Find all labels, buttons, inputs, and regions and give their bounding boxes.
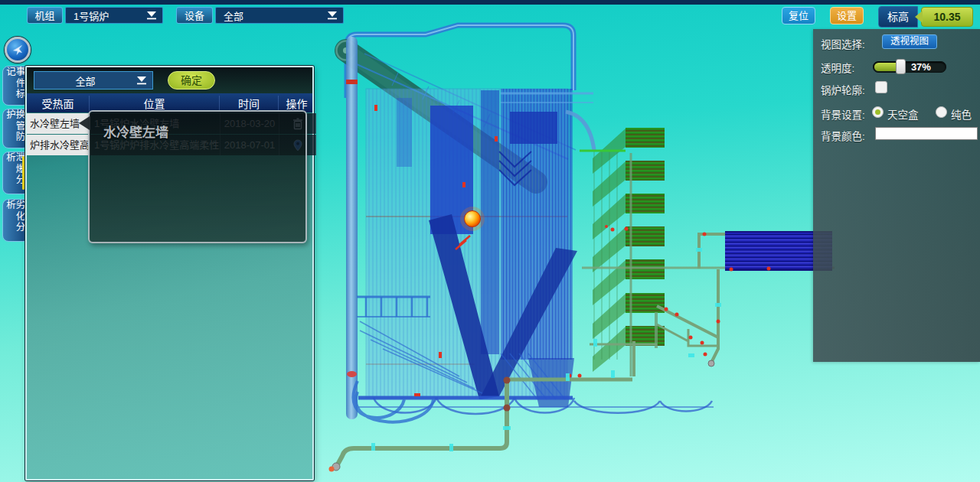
reset-button[interactable]: 复位	[782, 7, 815, 24]
boiler-outline-checkbox[interactable]	[875, 81, 887, 93]
surface-tooltip: 水冷壁左墙	[88, 110, 307, 243]
background-color-swatch[interactable]	[875, 127, 978, 140]
unit-label: 机组	[27, 7, 63, 24]
opacity-label: 透明度:	[821, 60, 854, 75]
economizer-banks	[593, 128, 665, 372]
confirm-button[interactable]: 确定	[168, 71, 215, 90]
opacity-value: 37%	[911, 61, 931, 73]
device-dropdown[interactable]: 全部	[215, 7, 344, 24]
elevation-value: 10.35	[921, 7, 973, 27]
tab-label: 泄爆分析	[5, 152, 24, 194]
tab-label: 事件标记	[5, 67, 24, 105]
tab-label: 换管防护	[5, 109, 24, 148]
boiler-outline-label: 锅炉轮廓:	[821, 82, 865, 97]
dropdown-arrow-icon	[146, 11, 157, 20]
tab-label: 劣化分析	[5, 200, 24, 241]
back-arrow-icon	[11, 43, 24, 57]
unit-dropdown[interactable]: 1号锅炉	[65, 7, 163, 24]
background-color-label: 背景颜色:	[821, 128, 865, 143]
event-marker	[465, 211, 481, 227]
event-list-panel: 全部 确定 受热面 位置 时间 操作 水冷壁左墙 1号锅炉水冷壁左墙 2018-…	[25, 66, 314, 480]
top-strip	[0, 0, 980, 5]
device-label: 设备	[176, 7, 213, 24]
settings-button[interactable]: 设置	[830, 7, 864, 24]
solid-color-radio[interactable]	[936, 106, 947, 118]
event-filter-dropdown[interactable]: 全部	[34, 71, 153, 90]
view-select-label: 视图选择:	[821, 36, 865, 51]
event-panel-toolbar: 全部 确定	[27, 67, 312, 94]
sidebar-tab-event-marks[interactable]: 事件标记	[2, 66, 27, 106]
background-set-label: 背景设置:	[821, 106, 865, 122]
pipe-end-marker	[329, 467, 335, 472]
sidebar-tab-degradation-analysis[interactable]: 劣化分析	[2, 199, 27, 242]
skybox-label: 天空盒	[887, 106, 919, 122]
solid-color-label: 纯色	[951, 106, 972, 122]
elevation-label: 标高	[878, 6, 918, 28]
back-button[interactable]	[5, 37, 31, 63]
opacity-slider[interactable]: 37%	[873, 61, 946, 73]
device-dropdown-value: 全部	[216, 8, 327, 23]
sidebar-tab-explosion-analysis[interactable]: 泄爆分析	[2, 151, 27, 194]
col-header-time: 时间	[220, 96, 279, 111]
dropdown-arrow-icon	[136, 76, 147, 85]
opacity-slider-handle[interactable]	[896, 59, 906, 74]
col-header-surface: 受热面	[27, 96, 90, 111]
event-filter-value: 全部	[34, 73, 136, 88]
elevation-widget: 标高 10.35	[878, 6, 973, 28]
col-header-position: 位置	[90, 96, 220, 111]
skybox-radio[interactable]	[872, 106, 884, 118]
col-header-action: 操作	[279, 96, 315, 111]
app-window: 机组 1号锅炉 设备 全部 复位 设置 标高 10.35 事件标记 换管防护 泄…	[0, 0, 980, 482]
unit-dropdown-value: 1号锅炉	[66, 8, 146, 23]
tooltip-title: 水冷壁左墙	[103, 122, 305, 141]
view-settings-panel: 视图选择: 透视视图 透明度: 37% 锅炉轮廓: 背景设置: 天空盒 纯色 背…	[813, 29, 980, 362]
perspective-view-button[interactable]: 透视视图	[882, 34, 937, 49]
cell-surface: 炉排水冷壁高端	[27, 135, 90, 155]
sidebar-tab-pipe-protection[interactable]: 换管防护	[2, 109, 27, 148]
dropdown-arrow-icon	[327, 11, 338, 20]
